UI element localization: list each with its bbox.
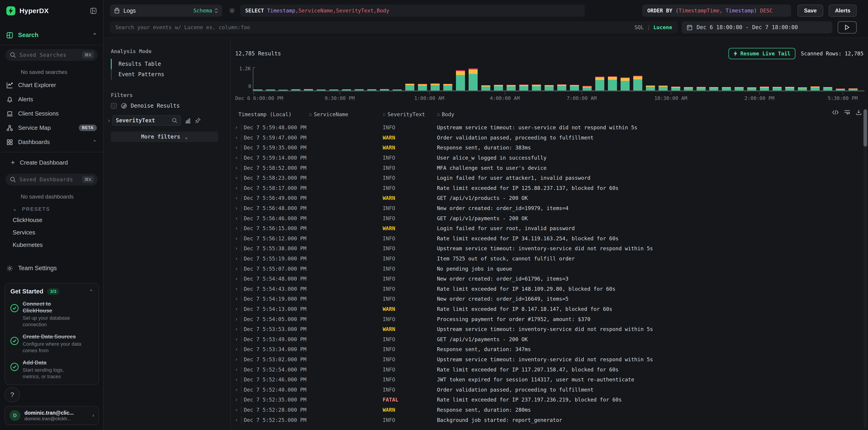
row-expand-chevron-icon[interactable]: › — [235, 225, 238, 232]
histogram-bar[interactable] — [443, 84, 452, 91]
histogram-bar[interactable] — [811, 86, 819, 91]
table-row[interactable]: ›Dec 7 5:52:35.000 PMFATALRate limit exc… — [231, 395, 862, 405]
histogram-bar[interactable] — [583, 86, 592, 91]
table-row[interactable]: ›Dec 7 5:56:15.000 PMWARNLogin failed fo… — [231, 223, 862, 234]
histogram-bar[interactable] — [633, 76, 642, 91]
table-row[interactable]: ›Dec 7 5:59:48.000 PMINFOUpstream servic… — [231, 123, 862, 133]
alerts-button[interactable]: Alerts — [829, 4, 857, 17]
histogram-bar[interactable] — [481, 85, 490, 91]
row-expand-chevron-icon[interactable]: › — [235, 235, 238, 242]
saved-searches-input[interactable]: Saved Searches ⌘K — [5, 49, 98, 61]
table-row[interactable]: ›Dec 7 5:52:40.000 PMINFOOrder validatio… — [231, 385, 862, 395]
download-icon[interactable] — [856, 109, 862, 115]
histogram-bar[interactable] — [747, 87, 756, 91]
sidebar-item-chart-explorer[interactable]: Chart Explorer — [0, 78, 103, 92]
histogram-bar[interactable] — [253, 90, 262, 91]
table-row[interactable]: ›Dec 7 5:53:02.000 PMINFOUpstream servic… — [231, 355, 862, 365]
histogram-bar[interactable] — [785, 87, 794, 91]
event-search-input[interactable]: Search your events w/ Lucene ex. column:… — [110, 21, 678, 33]
column-header-body[interactable]: ∷Body — [437, 111, 454, 117]
saved-dashboards-input[interactable]: Saved Dashboards ⌘K — [5, 174, 98, 186]
histogram-bar[interactable] — [684, 87, 693, 91]
table-row[interactable]: ›Dec 7 5:54:13.000 PMWARNRate limit exce… — [231, 304, 862, 314]
row-expand-chevron-icon[interactable]: › — [235, 205, 238, 211]
get-started-item[interactable]: Create Data Sources Configure where your… — [10, 333, 93, 354]
column-header-timestamp[interactable]: Timestamp (Local) — [238, 111, 291, 117]
row-expand-chevron-icon[interactable]: › — [235, 316, 238, 322]
chevron-right-icon[interactable]: › — [108, 117, 110, 124]
table-row[interactable]: ›Dec 7 5:59:14.000 PMINFOUser alice_w lo… — [231, 153, 862, 163]
severitytext-filter-input[interactable]: SeverityText — [112, 115, 181, 126]
histogram-bar[interactable] — [658, 86, 668, 91]
histogram-bar[interactable] — [469, 68, 478, 91]
scrollbar-thumb[interactable] — [864, 109, 867, 146]
row-expand-chevron-icon[interactable]: › — [235, 376, 238, 383]
sidebar-item-team-settings[interactable]: Team Settings — [0, 261, 103, 275]
row-expand-chevron-icon[interactable]: › — [235, 215, 238, 222]
histogram-bar[interactable] — [646, 86, 655, 91]
table-row[interactable]: ›Dec 7 5:52:46.000 PMINFOJWT token expir… — [231, 375, 862, 385]
resume-live-tail-button[interactable]: Resume Live Tail — [728, 48, 796, 59]
histogram-bar[interactable] — [671, 87, 680, 91]
histogram-bar[interactable] — [279, 90, 288, 91]
more-filters-button[interactable]: More filters ⌄ — [111, 132, 218, 142]
get-started-item[interactable]: Connect to ClickHouse Set up your databa… — [10, 300, 93, 328]
row-expand-chevron-icon[interactable]: › — [235, 124, 238, 131]
histogram-bar[interactable] — [431, 84, 440, 91]
source-select[interactable]: Logs Schema — [110, 4, 222, 17]
histogram-bar[interactable] — [532, 85, 541, 91]
get-started-item[interactable]: Add Data Start sending logs, metrics, or… — [10, 359, 93, 380]
select-columns-input[interactable]: SELECT Timestamp,ServiceName,SeverityTex… — [240, 4, 585, 17]
table-row[interactable]: ›Dec 7 5:54:19.000 PMINFONew order creat… — [231, 294, 862, 304]
table-row[interactable]: ›Dec 7 5:55:19.000 PMINFOItem 7525 out o… — [231, 254, 862, 264]
wrap-lines-icon[interactable] — [844, 110, 850, 115]
histogram-bar[interactable] — [367, 89, 376, 91]
sidebar-item-search[interactable]: Search ⌃ — [0, 28, 103, 42]
histogram-bar[interactable] — [405, 84, 414, 91]
view-source-icon[interactable] — [832, 110, 839, 115]
sidebar-collapse-icon[interactable] — [90, 7, 97, 14]
preset-kubernetes[interactable]: Kubernetes — [0, 239, 103, 251]
chevron-up-icon[interactable]: ⌃ — [89, 289, 93, 295]
table-row[interactable]: ›Dec 7 5:54:05.000 PMINFOProcessing paym… — [231, 314, 862, 324]
mode-results-table[interactable]: Results Table — [111, 59, 230, 69]
table-row[interactable]: ›Dec 7 5:56:12.000 PMINFORate limit exce… — [231, 234, 862, 244]
row-expand-chevron-icon[interactable]: › — [235, 366, 238, 373]
table-row[interactable]: ›Dec 7 5:56:46.000 PMINFOGET /api/v1/pay… — [231, 213, 862, 223]
table-row[interactable]: ›Dec 7 5:58:23.000 PMINFOLogin failed fo… — [231, 173, 862, 183]
row-expand-chevron-icon[interactable]: › — [235, 336, 238, 342]
table-row[interactable]: ›Dec 7 5:56:48.000 PMINFONew order creat… — [231, 203, 862, 213]
histogram-bar[interactable] — [696, 87, 706, 91]
table-row[interactable]: ›Dec 7 5:54:48.000 PMINFONew order creat… — [231, 274, 862, 284]
row-expand-chevron-icon[interactable]: › — [235, 356, 238, 363]
order-by-input[interactable]: ORDER BY (TimestampTime, Timestamp) DESC — [642, 4, 791, 17]
run-query-button[interactable] — [838, 21, 857, 33]
histogram-bar[interactable] — [735, 87, 744, 91]
scrollbar-track[interactable] — [864, 108, 867, 428]
histogram-bar[interactable] — [266, 90, 275, 91]
histogram-bar[interactable] — [342, 89, 351, 91]
histogram-bar[interactable] — [545, 85, 554, 91]
sidebar-item-dashboards[interactable]: Dashboards ⌃ — [0, 135, 103, 149]
preset-clickhouse[interactable]: ClickHouse — [0, 214, 103, 226]
histogram-bar[interactable] — [608, 76, 617, 91]
table-row[interactable]: ›Dec 7 5:59:47.000 PMWARNOrder validatio… — [231, 133, 862, 143]
row-expand-chevron-icon[interactable]: › — [235, 417, 238, 423]
sidebar-item-service-map[interactable]: Service Map BETA — [0, 121, 103, 135]
row-expand-chevron-icon[interactable]: › — [235, 185, 238, 191]
row-expand-chevron-icon[interactable]: › — [235, 397, 238, 403]
chevron-up-icon[interactable]: ⌃ — [93, 32, 97, 38]
histogram-bar[interactable] — [570, 85, 579, 91]
table-row[interactable]: ›Dec 7 5:54:43.000 PMINFORate limit exce… — [231, 284, 862, 294]
histogram-bar[interactable] — [722, 87, 731, 91]
preset-services[interactable]: Services — [0, 226, 103, 239]
histogram-bar[interactable] — [836, 89, 845, 91]
chevron-up-icon[interactable]: ⌃ — [93, 139, 97, 145]
table-row[interactable]: ›Dec 7 5:53:34.000 PMINFOResponse sent, … — [231, 344, 862, 355]
histogram-bar[interactable] — [823, 87, 832, 91]
row-expand-chevron-icon[interactable]: › — [235, 296, 238, 302]
histogram-bar[interactable] — [557, 84, 566, 91]
row-expand-chevron-icon[interactable]: › — [235, 175, 238, 181]
create-dashboard-button[interactable]: + Create Dashboard — [0, 155, 103, 170]
table-row[interactable]: ›Dec 7 5:56:49.000 PMWARNGET /api/v1/pro… — [231, 193, 862, 203]
